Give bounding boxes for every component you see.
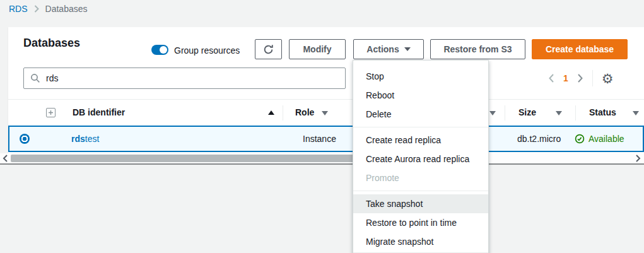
menu-item-delete[interactable]: Delete bbox=[353, 105, 488, 124]
check-circle-icon bbox=[575, 134, 585, 144]
refresh-icon bbox=[263, 44, 274, 55]
settings-gear-icon[interactable]: ⚙ bbox=[602, 72, 614, 85]
create-database-button[interactable]: Create database bbox=[532, 39, 628, 59]
menu-item-take-snapshot[interactable]: Take snapshot bbox=[353, 194, 488, 213]
column-divider bbox=[505, 105, 505, 121]
databases-panel: Databases Group resources Modify Actions… bbox=[8, 27, 644, 164]
column-header-role[interactable]: Role bbox=[295, 107, 314, 117]
breadcrumb-current: Databases bbox=[45, 4, 88, 14]
sort-ascending-icon[interactable] bbox=[268, 110, 274, 115]
restore-from-s3-button[interactable]: Restore from S3 bbox=[430, 39, 525, 59]
breadcrumb: RDS Databases bbox=[9, 4, 88, 14]
restore-from-s3-label: Restore from S3 bbox=[443, 44, 512, 54]
menu-item-stop[interactable]: Stop bbox=[353, 67, 488, 86]
menu-item-restore-to-point-in-time[interactable]: Restore to point in time bbox=[353, 213, 488, 232]
db-id-rest: test bbox=[85, 134, 100, 144]
pagination-divider bbox=[592, 70, 593, 86]
hidden-column-filter-caret-icon[interactable] bbox=[489, 111, 496, 115]
menu-item-create-aurora-read-replica[interactable]: Create Aurora read replica bbox=[353, 150, 488, 168]
table-header: DB identifier Role Size Status bbox=[8, 100, 644, 126]
refresh-button[interactable] bbox=[255, 39, 282, 59]
horizontal-scrollbar[interactable] bbox=[0, 153, 644, 165]
status-badge: Available bbox=[575, 134, 624, 144]
menu-item-migrate-snapshot[interactable]: Migrate snapshot bbox=[353, 232, 488, 251]
pagination: 1 ⚙ bbox=[548, 68, 614, 88]
db-identifier-link[interactable]: rdstest bbox=[71, 134, 99, 144]
menu-item-create-read-replica[interactable]: Create read replica bbox=[353, 131, 488, 150]
previous-page-button[interactable] bbox=[548, 73, 554, 83]
role-filter-caret-icon[interactable] bbox=[322, 111, 328, 115]
db-id-match: rds bbox=[71, 134, 85, 144]
next-page-icon bbox=[577, 73, 583, 83]
menu-divider bbox=[353, 191, 488, 191]
actions-menu: Stop Reboot Delete Create read replica C… bbox=[353, 60, 489, 253]
group-resources-toggle[interactable] bbox=[151, 45, 168, 55]
scroll-right-button[interactable] bbox=[635, 154, 641, 163]
previous-page-icon bbox=[548, 73, 554, 83]
next-page-button[interactable] bbox=[577, 73, 583, 83]
create-database-label: Create database bbox=[546, 44, 614, 54]
scroll-right-icon bbox=[635, 155, 641, 162]
size-filter-caret-icon[interactable] bbox=[556, 111, 562, 115]
breadcrumb-link-rds[interactable]: RDS bbox=[9, 4, 28, 14]
column-header-size[interactable]: Size bbox=[518, 107, 536, 117]
size-cell: db.t2.micro bbox=[517, 134, 561, 144]
status-filter-caret-icon[interactable] bbox=[633, 111, 639, 115]
row-radio-selected[interactable] bbox=[20, 134, 30, 144]
search-icon bbox=[30, 73, 40, 83]
table-row[interactable]: rdstest Instance db.t2.micro Available bbox=[8, 126, 644, 152]
rds-console-screen: RDS Databases Databases Group resources … bbox=[0, 0, 644, 253]
modify-button-label: Modify bbox=[303, 44, 331, 54]
filter-box bbox=[23, 68, 346, 89]
page-title: Databases bbox=[23, 37, 80, 50]
actions-button[interactable]: Actions bbox=[353, 39, 424, 59]
scroll-left-icon bbox=[3, 155, 8, 162]
menu-divider bbox=[353, 127, 488, 127]
expand-all-button[interactable] bbox=[46, 108, 56, 120]
toggle-knob bbox=[160, 46, 167, 54]
actions-button-label: Actions bbox=[366, 44, 399, 54]
menu-item-reboot[interactable]: Reboot bbox=[353, 86, 488, 105]
current-page[interactable]: 1 bbox=[563, 73, 568, 83]
column-header-status[interactable]: Status bbox=[589, 107, 616, 117]
menu-item-promote: Promote bbox=[353, 168, 488, 187]
breadcrumb-chevron-icon bbox=[34, 5, 39, 13]
filter-input[interactable] bbox=[46, 73, 339, 83]
column-header-db-identifier[interactable]: DB identifier bbox=[73, 107, 125, 117]
column-divider bbox=[575, 105, 576, 121]
modify-button[interactable]: Modify bbox=[289, 39, 346, 59]
status-text: Available bbox=[588, 134, 624, 144]
scroll-left-button[interactable] bbox=[3, 154, 8, 163]
role-cell: Instance bbox=[303, 134, 336, 144]
group-resources-label: Group resources bbox=[174, 45, 240, 56]
column-divider bbox=[283, 105, 283, 121]
actions-caret-icon bbox=[404, 47, 411, 51]
